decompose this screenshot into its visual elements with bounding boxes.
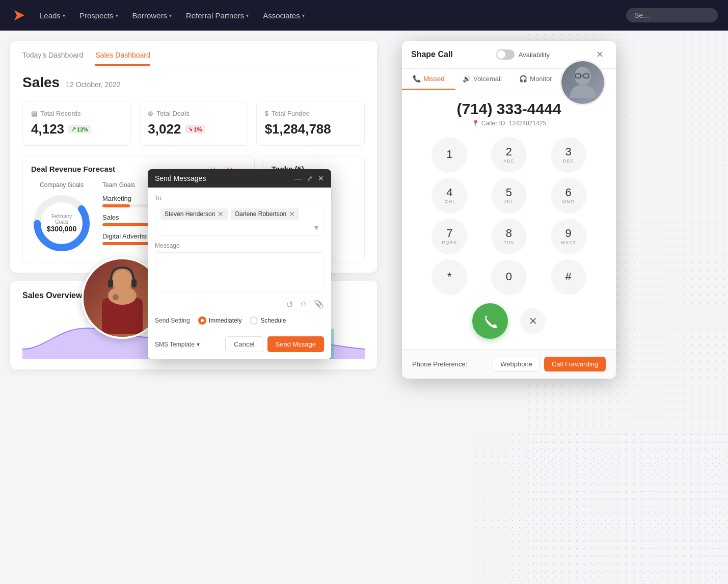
modal-close-button[interactable]: ✕ <box>318 174 324 182</box>
borrowers-chevron-icon: ▾ <box>169 13 172 18</box>
dial-key-6[interactable]: 6 MNO <box>551 178 586 214</box>
svg-rect-8 <box>131 279 137 287</box>
deals-badge: ↘ 1% <box>185 125 205 134</box>
sms-template-chevron-icon: ▾ <box>197 341 200 348</box>
associates-chevron-icon: ▾ <box>302 13 305 18</box>
content-wrapper: Today's Dashboard Sales Dashboard Sales … <box>10 41 718 369</box>
send-settings: Send Setting Immediately Schedule <box>155 316 324 325</box>
availability-toggle: Availability <box>496 49 550 60</box>
refresh-icon[interactable]: ↺ <box>286 299 293 310</box>
send-messages-modal: Send Messages — ⤢ ✕ To Steven Henderson … <box>148 169 331 359</box>
tab-voicemail[interactable]: 🔊 Voicemail <box>455 69 509 90</box>
recipient-add-input[interactable] <box>160 224 201 231</box>
donut-center: February Goals $300,000 <box>46 214 77 233</box>
page-title: Sales <box>22 74 60 91</box>
shape-call-title: Shape Call <box>411 50 453 59</box>
webphone-button[interactable]: Webphone <box>493 357 540 371</box>
dial-key-3[interactable]: 3 DEF <box>551 137 586 173</box>
tab-missed[interactable]: 📞 Missed <box>402 69 455 90</box>
marketing-bar <box>102 204 130 207</box>
recipient-dropdown-icon[interactable]: ▾ <box>314 223 318 232</box>
dashboard-tabs: Today's Dashboard Sales Dashboard <box>22 51 365 66</box>
dashboard-date: 12 October, 2022 <box>66 81 120 89</box>
modal-actions: — ⤢ ✕ <box>294 174 324 182</box>
send-button[interactable]: Send Mssage <box>267 336 325 352</box>
dial-key-4[interactable]: 4 GHI <box>432 178 467 214</box>
cancel-call-button[interactable]: ✕ <box>520 308 546 334</box>
forecast-title: Deal Revenue Forecast <box>31 165 115 173</box>
call-forwarding-button[interactable]: Call Forwarding <box>544 357 606 371</box>
message-tools: ↺ ☺ 📎 <box>155 299 324 310</box>
send-setting-label: Send Setting <box>155 317 190 324</box>
leads-chevron-icon: ▾ <box>63 13 65 18</box>
modal-body: To Steven Henderson ✕ Darlene Robertson … <box>148 188 331 359</box>
stat-total-deals: ⊛ Total Deals 3,022 ↘ 1% <box>139 101 248 146</box>
bg-dots-bottom <box>473 431 728 584</box>
close-button[interactable]: ✕ <box>593 48 607 61</box>
setting-schedule[interactable]: Schedule <box>250 316 286 325</box>
dialpad: 1 2 ABC 3 DEF 4 GHI <box>412 137 606 295</box>
records-icon: ▤ <box>31 110 37 117</box>
sms-template-button[interactable]: SMS Template ▾ <box>155 341 200 348</box>
nav-item-leads[interactable]: Leads ▾ <box>34 8 71 23</box>
records-badge: ↗ 12% <box>68 125 91 134</box>
caller-id: 📍 Caller ID: 12424821425 <box>412 120 606 127</box>
modal-expand-button[interactable]: ⤢ <box>307 174 313 182</box>
availability-switch[interactable] <box>496 49 515 60</box>
to-label: To <box>155 195 324 202</box>
message-label: Message <box>155 242 324 249</box>
caller-profile <box>560 60 606 105</box>
dial-key-0[interactable]: 0 <box>491 259 527 295</box>
dial-key-1[interactable]: 1 <box>432 137 467 173</box>
missed-phone-icon: 📞 <box>413 75 421 83</box>
nav-item-associates[interactable]: Associates ▾ <box>257 8 311 23</box>
cancel-button[interactable]: Cancel <box>225 336 263 352</box>
remove-darlene-button[interactable]: ✕ <box>289 210 295 218</box>
tab-today[interactable]: Today's Dashboard <box>22 51 83 66</box>
dial-key-5[interactable]: 5 JKL <box>491 178 527 214</box>
call-button[interactable] <box>472 303 508 339</box>
emoji-icon[interactable]: ☺ <box>300 299 308 310</box>
monitor-icon: 🎧 <box>519 75 527 83</box>
pref-label: Phone Preference: <box>412 360 467 368</box>
tab-sales[interactable]: Sales Dashboard <box>95 51 150 66</box>
company-goals: Company Goals February Goals $300,000 <box>31 181 92 254</box>
dial-key-star[interactable]: * <box>432 259 467 295</box>
modal-title: Send Messages <box>155 174 206 182</box>
dashboard-title-row: Sales 12 October, 2022 <box>22 74 365 91</box>
donut-chart: February Goals $300,000 <box>31 193 92 254</box>
dial-key-7[interactable]: 7 PQRS <box>432 219 467 254</box>
attachment-icon[interactable]: 📎 <box>314 299 324 310</box>
toggle-knob <box>497 50 505 59</box>
voicemail-icon: 🔊 <box>463 75 471 83</box>
shape-call-panel: Shape Call Availability ✕ 📞 Missed 🔊 Voi… <box>402 41 616 379</box>
nav-items: Leads ▾ Prospects ▾ Borrowers ▾ Referral… <box>34 8 311 23</box>
recipients-field[interactable]: Steven Henderson ✕ Darlene Robertson ✕ ▾ <box>155 205 324 236</box>
call-panel-body: (714) 333-4444 📍 Caller ID: 12424821425 … <box>402 90 616 349</box>
schedule-radio[interactable] <box>250 316 258 325</box>
logo[interactable] <box>10 6 29 24</box>
tab-monitor[interactable]: 🎧 Monitor <box>509 69 562 90</box>
modal-footer: SMS Template ▾ Cancel Send Mssage <box>155 332 324 352</box>
dial-key-9[interactable]: 9 WXYZ <box>551 219 586 254</box>
search-input[interactable] <box>626 8 718 22</box>
call-actions: ✕ <box>412 303 606 339</box>
modal-minimize-button[interactable]: — <box>294 174 302 182</box>
remove-steven-button[interactable]: ✕ <box>218 210 224 218</box>
modal-header: Send Messages — ⤢ ✕ <box>148 169 331 188</box>
deals-icon: ⊛ <box>148 110 153 117</box>
dial-key-2[interactable]: 2 ABC <box>491 137 527 173</box>
setting-immediately[interactable]: Immediately <box>198 316 242 325</box>
nav-item-prospects[interactable]: Prospects ▾ <box>73 8 124 23</box>
recipient-steven: Steven Henderson ✕ <box>160 208 228 220</box>
nav-item-referral-partners[interactable]: Referral Partners ▾ <box>180 8 255 23</box>
message-area[interactable] <box>155 252 324 293</box>
dial-key-hash[interactable]: # <box>551 259 586 295</box>
nav-item-borrowers[interactable]: Borrowers ▾ <box>126 8 178 23</box>
main-content: Today's Dashboard Sales Dashboard Sales … <box>0 31 728 584</box>
svg-rect-7 <box>108 279 113 287</box>
immediately-radio[interactable] <box>198 316 206 325</box>
footer-buttons: Cancel Send Mssage <box>225 336 324 352</box>
dial-key-8[interactable]: 8 TUV <box>491 219 527 254</box>
phone-preference: Phone Preference: Webphone Call Forwardi… <box>402 349 616 379</box>
